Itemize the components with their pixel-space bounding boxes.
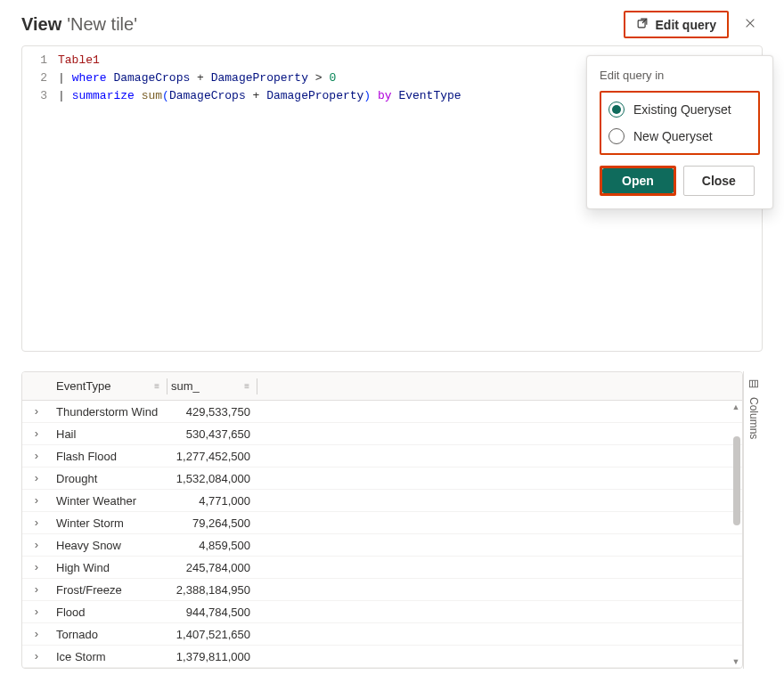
edit-query-button[interactable]: Edit query bbox=[624, 11, 729, 38]
table-row[interactable]: ›Ice Storm1,379,811,000 bbox=[22, 646, 742, 668]
open-button[interactable]: Open bbox=[602, 168, 674, 193]
cell-sum: 1,532,084,000 bbox=[167, 472, 256, 485]
column-header-sum[interactable]: sum_ ≡ bbox=[167, 379, 257, 393]
expand-row-icon[interactable]: › bbox=[22, 450, 51, 463]
cell-sum: 944,784,500 bbox=[167, 606, 256, 619]
table-row[interactable]: ›Thunderstorm Wind429,533,750 bbox=[22, 401, 742, 423]
expand-row-icon[interactable]: › bbox=[22, 650, 51, 663]
close-icon bbox=[744, 17, 756, 33]
expand-row-icon[interactable]: › bbox=[22, 472, 51, 485]
expand-row-icon[interactable]: › bbox=[22, 561, 51, 574]
queryset-radio-group: Existing Queryset New Queryset bbox=[600, 91, 760, 155]
columns-label: Columns bbox=[747, 397, 760, 439]
cell-sum: 2,388,184,950 bbox=[167, 583, 256, 597]
open-external-icon bbox=[636, 17, 649, 32]
cell-eventtype: Flash Flood bbox=[51, 450, 167, 463]
cell-sum: 4,771,000 bbox=[167, 494, 256, 508]
table-row[interactable]: ›Flood944,784,500 bbox=[22, 601, 742, 623]
svg-rect-1 bbox=[749, 380, 757, 387]
cell-sum: 79,264,500 bbox=[167, 516, 256, 530]
cell-eventtype: Heavy Snow bbox=[51, 539, 167, 552]
radio-new-queryset[interactable]: New Queryset bbox=[607, 123, 753, 150]
column-header-eventtype[interactable]: EventType ≡ bbox=[51, 379, 167, 393]
expand-row-icon[interactable]: › bbox=[22, 628, 51, 641]
radio-icon bbox=[608, 128, 625, 144]
cell-sum: 4,859,500 bbox=[167, 539, 256, 552]
edit-query-popup: Edit query in Existing Queryset New Quer… bbox=[586, 55, 773, 209]
expand-row-icon[interactable]: › bbox=[22, 427, 51, 441]
view-label: View bbox=[21, 14, 61, 35]
table-row[interactable]: ›Heavy Snow4,859,500 bbox=[22, 534, 742, 557]
table-row[interactable]: ›Flash Flood1,277,452,500 bbox=[22, 445, 742, 467]
table-row[interactable]: ›Frost/Freeze2,388,184,950 bbox=[22, 579, 742, 601]
table-row[interactable]: ›Winter Storm79,264,500 bbox=[22, 512, 742, 534]
expand-row-icon[interactable]: › bbox=[22, 606, 51, 619]
radio-icon bbox=[608, 102, 625, 118]
line-gutter: 1 2 3 bbox=[22, 46, 58, 351]
table-row[interactable]: ›Hail530,437,650 bbox=[22, 423, 742, 445]
tile-name: 'New tile' bbox=[67, 14, 137, 35]
results-table: EventType ≡ sum_ ≡ ▲ ▼ ›Thunderstorm Win… bbox=[21, 371, 743, 669]
cell-eventtype: High Wind bbox=[51, 561, 167, 574]
cell-sum: 530,437,650 bbox=[167, 427, 256, 441]
scrollbar-thumb[interactable] bbox=[733, 436, 740, 525]
table-body: ▲ ▼ ›Thunderstorm Wind429,533,750›Hail53… bbox=[22, 401, 742, 668]
cell-eventtype: Ice Storm bbox=[51, 650, 167, 663]
cell-sum: 429,533,750 bbox=[167, 405, 256, 419]
expand-row-icon[interactable]: › bbox=[22, 539, 51, 552]
cell-eventtype: Frost/Freeze bbox=[51, 583, 167, 597]
cell-eventtype: Flood bbox=[51, 606, 167, 619]
cell-eventtype: Hail bbox=[51, 427, 167, 441]
expand-row-icon[interactable]: › bbox=[22, 405, 51, 419]
table-row[interactable]: ›Winter Weather4,771,000 bbox=[22, 490, 742, 512]
radio-existing-queryset[interactable]: Existing Queryset bbox=[607, 96, 753, 123]
columns-icon bbox=[748, 378, 759, 392]
cell-eventtype: Winter Weather bbox=[51, 494, 167, 508]
cell-eventtype: Winter Storm bbox=[51, 516, 167, 530]
popup-close-button[interactable]: Close bbox=[683, 166, 755, 196]
scroll-up-icon[interactable]: ▲ bbox=[731, 402, 740, 411]
table-row[interactable]: ›Tornado1,407,521,650 bbox=[22, 623, 742, 646]
expand-row-icon[interactable]: › bbox=[22, 583, 51, 597]
edit-query-label: Edit query bbox=[656, 18, 716, 32]
table-row[interactable]: ›High Wind245,784,000 bbox=[22, 557, 742, 579]
cell-eventtype: Thunderstorm Wind bbox=[51, 405, 167, 419]
cell-sum: 1,379,811,000 bbox=[167, 650, 256, 663]
cell-eventtype: Tornado bbox=[51, 628, 167, 641]
scroll-down-icon[interactable]: ▼ bbox=[731, 657, 740, 666]
cell-sum: 1,277,452,500 bbox=[167, 450, 256, 463]
columns-panel-toggle[interactable]: Columns bbox=[743, 371, 763, 669]
cell-sum: 1,407,521,650 bbox=[167, 628, 256, 641]
column-menu-icon[interactable]: ≡ bbox=[244, 381, 249, 391]
popup-title: Edit query in bbox=[600, 69, 760, 82]
column-menu-icon[interactable]: ≡ bbox=[154, 381, 159, 391]
expand-row-icon[interactable]: › bbox=[22, 494, 51, 508]
expand-row-icon[interactable]: › bbox=[22, 516, 51, 530]
close-button[interactable] bbox=[738, 12, 763, 37]
cell-eventtype: Drought bbox=[51, 472, 167, 485]
table-header: EventType ≡ sum_ ≡ bbox=[22, 372, 742, 401]
page-title: View 'New tile' bbox=[21, 14, 137, 35]
cell-sum: 245,784,000 bbox=[167, 561, 256, 574]
table-row[interactable]: ›Drought1,532,084,000 bbox=[22, 467, 742, 490]
